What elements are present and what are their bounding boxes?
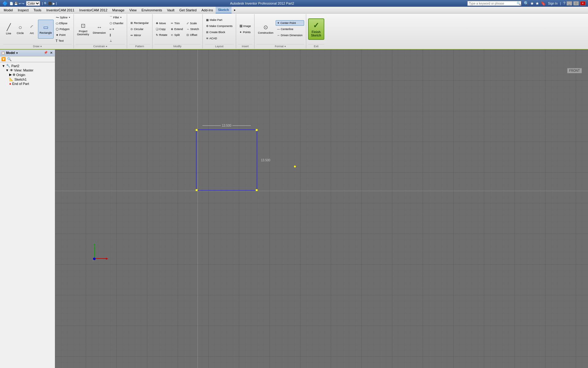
menu-manage[interactable]: Manage bbox=[110, 7, 127, 13]
btn-dimension[interactable]: ↔ Dimension bbox=[91, 20, 107, 39]
btn-move[interactable]: ✥ Move bbox=[154, 21, 169, 26]
sidebar-filter-icon[interactable]: 🔽 bbox=[1, 57, 6, 61]
btn-constraint-h[interactable]: ═ ≡ bbox=[108, 26, 125, 32]
btn-ellipse[interactable]: ⬭ Ellipse bbox=[54, 21, 72, 26]
make-components-icon: ⚙ bbox=[206, 25, 209, 28]
menu-sketch[interactable]: Sketch bbox=[216, 7, 232, 13]
search-button[interactable]: 🔍 bbox=[517, 2, 521, 6]
btn-constraint-perp[interactable]: ⊥ bbox=[108, 38, 125, 44]
btn-image[interactable]: 🖼 Image bbox=[238, 23, 252, 29]
btn-circular-pattern[interactable]: ⊙ Circular bbox=[129, 26, 150, 32]
constrain-small: ⌒ Fillet ▾ ⬡ Chamfer ═ ≡ ‖ bbox=[108, 15, 125, 44]
point-icon: ✦ bbox=[56, 33, 58, 37]
btn-point[interactable]: ✦ Point bbox=[54, 32, 72, 38]
search-bar[interactable]: 🔍 bbox=[467, 1, 521, 6]
btn-copy[interactable]: ❏ Copy bbox=[154, 26, 169, 32]
btn-driven-dimension[interactable]: ↔ Driven Dimension bbox=[276, 33, 304, 38]
tree-item-view-master[interactable]: ▼ 👁 View: Master bbox=[5, 68, 54, 72]
y-axis-line bbox=[94, 246, 95, 258]
btn-acad[interactable]: ≋ ACAD bbox=[205, 36, 234, 41]
btn-construction[interactable]: ⊙ Construction bbox=[256, 20, 275, 39]
menu-add-ins[interactable]: Add-Ins bbox=[199, 7, 216, 13]
canvas-area[interactable]: 13.500 13.500 FRONT ▲ ▶ z bbox=[55, 50, 588, 368]
sketch-rectangle bbox=[196, 129, 257, 191]
menu-inventorcam2011[interactable]: InventorCAM 2011 bbox=[44, 7, 77, 13]
btn-mirror-label: Mirror bbox=[134, 34, 141, 37]
minimize-btn[interactable]: _ bbox=[567, 1, 572, 6]
modify-col3: ⤢ Scale ↔ Stretch ⊡ Offset bbox=[185, 21, 201, 38]
btn-circle[interactable]: ○ Circle bbox=[15, 20, 26, 39]
z-axis-label: z bbox=[92, 259, 94, 262]
rotate-icon: ↻ bbox=[156, 33, 158, 36]
constrain-group-arrow[interactable]: ▾ bbox=[106, 45, 107, 48]
help-btn[interactable]: ? bbox=[563, 1, 565, 6]
search-input[interactable] bbox=[468, 1, 517, 6]
btn-constraint-v[interactable]: ‖ bbox=[108, 32, 125, 38]
create-block-icon: ⊞ bbox=[206, 31, 209, 34]
maximize-btn[interactable]: □ bbox=[573, 1, 579, 6]
color-dropdown[interactable]: Color bbox=[26, 1, 40, 6]
btn-center-point[interactable]: ✦ Center Point bbox=[276, 20, 304, 26]
btn-spline-label: Spline bbox=[60, 16, 68, 19]
btn-line[interactable]: ╱ Line bbox=[3, 20, 14, 39]
btn-spline[interactable]: 〜 Spline ▾ bbox=[54, 15, 72, 20]
menu-more[interactable]: ▸ bbox=[232, 7, 238, 13]
btn-centerline[interactable]: — Centerline bbox=[276, 26, 304, 32]
sign-in-btn[interactable]: Sign In bbox=[548, 2, 558, 5]
btn-stretch-label: Stretch bbox=[190, 28, 199, 31]
ribbon-group-constrain: ⊡ ProjectGeometry ↔ Dimension ⌒ Fillet ▾… bbox=[74, 14, 127, 48]
sidebar-search-icon[interactable]: 🔍 bbox=[7, 57, 12, 61]
btn-rectangular[interactable]: ⊞ Rectangular bbox=[129, 20, 150, 26]
btn-scale[interactable]: ⤢ Scale bbox=[185, 21, 201, 26]
sidebar-close-btn[interactable]: ✕ bbox=[49, 51, 54, 55]
menu-inventorcam2012[interactable]: InventorCAM 2012 bbox=[77, 7, 110, 13]
close-btn[interactable]: ✕ bbox=[580, 1, 586, 6]
sidebar-pin-btn[interactable]: 📌 bbox=[43, 51, 48, 55]
btn-offset[interactable]: ⊡ Offset bbox=[185, 32, 201, 38]
btn-chamfer[interactable]: ⬡ Chamfer bbox=[108, 21, 125, 26]
tree-item-view-master-label: View: Master bbox=[14, 68, 33, 72]
text-icon: T bbox=[56, 39, 58, 43]
btn-points[interactable]: ✦ Points bbox=[238, 29, 252, 35]
menu-vault[interactable]: Vault bbox=[164, 7, 177, 13]
btn-extend[interactable]: ⊕ Extend bbox=[169, 26, 184, 32]
btn-create-block[interactable]: ⊞ Create Block bbox=[205, 29, 234, 35]
btn-stretch[interactable]: ↔ Stretch bbox=[185, 26, 201, 32]
btn-make-part[interactable]: ▦ Make Part bbox=[205, 17, 234, 23]
menu-view[interactable]: View bbox=[127, 7, 139, 13]
menu-get-started[interactable]: Get Started bbox=[177, 7, 199, 13]
menu-model[interactable]: Model bbox=[1, 7, 15, 13]
btn-make-components[interactable]: ⚙ Make Components bbox=[205, 23, 234, 29]
btn-arc[interactable]: ◜ Arc bbox=[26, 20, 37, 39]
tree-item-origin[interactable]: ▶ ⊕ Origin bbox=[9, 72, 54, 77]
btn-text[interactable]: T Text bbox=[54, 38, 72, 44]
sketch1-expand-icon: 📐 bbox=[9, 77, 13, 81]
sidebar-dropdown-icon[interactable]: ▾ bbox=[16, 52, 18, 55]
pattern-small: ⊞ Rectangular ⊙ Circular ⇔ Mirror bbox=[129, 20, 150, 38]
draw-group-arrow[interactable]: ▾ bbox=[40, 45, 42, 48]
mirror-icon: ⇔ bbox=[130, 34, 133, 37]
btn-trim[interactable]: ✂ Trim bbox=[169, 21, 184, 26]
tree-item-end-of-part[interactable]: ● End of Part bbox=[9, 82, 54, 86]
btn-finish-sketch[interactable]: ✓ FinishSketch bbox=[308, 18, 324, 40]
btn-polygon[interactable]: ⬡ Polygon bbox=[54, 26, 72, 32]
ribbon-group-insert: 🖼 Image ✦ Points Insert bbox=[236, 14, 254, 48]
offset-icon: ⊡ bbox=[187, 33, 189, 36]
btn-split[interactable]: ⊂ Split bbox=[169, 32, 184, 38]
format-group-arrow[interactable]: ▾ bbox=[285, 45, 286, 48]
menu-tools[interactable]: Tools bbox=[31, 7, 44, 13]
axis-widget: ▲ ▶ z bbox=[86, 246, 107, 267]
menu-inspect[interactable]: Inspect bbox=[15, 7, 31, 13]
btn-fillet[interactable]: ⌒ Fillet ▾ bbox=[108, 15, 125, 20]
spline-dropdown-icon: ▾ bbox=[69, 16, 70, 19]
btn-project-geometry[interactable]: ⊡ ProjectGeometry bbox=[76, 20, 91, 39]
ribbon-group-draw: ╱ Line ○ Circle ◜ Arc ▭ Rectangle 〜 bbox=[1, 14, 74, 48]
btn-rectangle-label: Rectangle bbox=[40, 31, 52, 34]
ribbon: ╱ Line ○ Circle ◜ Arc ▭ Rectangle 〜 bbox=[0, 13, 588, 50]
btn-mirror[interactable]: ⇔ Mirror bbox=[129, 33, 150, 38]
tree-item-part2[interactable]: ▼ 🔧 Part2 bbox=[1, 63, 54, 68]
menu-environments[interactable]: Environments bbox=[139, 7, 164, 13]
btn-rotate[interactable]: ↻ Rotate bbox=[154, 32, 169, 38]
tree-item-sketch1[interactable]: 📐 Sketch1 bbox=[9, 77, 54, 82]
btn-rectangle[interactable]: ▭ Rectangle bbox=[38, 20, 54, 39]
